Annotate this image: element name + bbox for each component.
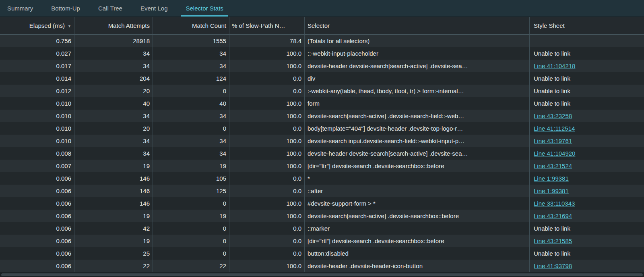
cell-slow-path-pct: 0.0 — [229, 172, 305, 185]
table-row[interactable]: 0.0142041240.0divUnable to link — [0, 72, 644, 85]
tab-call-tree[interactable]: Call Tree — [93, 0, 127, 17]
tab-summary[interactable]: Summary — [2, 0, 38, 17]
horizontal-scrollbar[interactable] — [0, 272, 644, 277]
cell-elapsed-ms: 0.010 — [0, 110, 74, 122]
table-row[interactable]: 0.0104040100.0formUnable to link — [0, 97, 644, 110]
cell-match-attempts: 34 — [74, 135, 153, 147]
cell-style-sheet: Line 43:21694 — [530, 210, 644, 222]
cell-style-sheet: Unable to link — [530, 247, 644, 260]
cell-selector: [dir="ltr"] devsite-search .devsite-sear… — [305, 160, 530, 172]
style-sheet-link[interactable]: Line 41:104920 — [534, 150, 575, 157]
column-header-match-attempts[interactable]: Match Attempts — [74, 17, 153, 34]
column-header-elapsed[interactable]: Elapsed (ms) ▼ — [0, 17, 74, 34]
column-header-slow-path-pct[interactable]: % of Slow-Path N… — [229, 17, 305, 34]
column-header-selector[interactable]: Selector — [305, 17, 530, 34]
style-sheet-unlinked-label: Unable to link — [534, 75, 570, 82]
table-row[interactable]: 0.0061460100.0#devsite-support-form > *L… — [0, 197, 644, 210]
cell-match-attempts: 20 — [74, 85, 153, 97]
table-row[interactable]: 0.0061461250.0::afterLine 1:99381 — [0, 185, 644, 197]
cell-elapsed-ms: 0.006 — [0, 222, 74, 235]
cell-style-sheet: Line 41:104920 — [530, 147, 644, 160]
table-header-row: Elapsed (ms) ▼ Match Attempts Match Coun… — [0, 17, 644, 35]
table-row[interactable]: 0.0102000.0body[template="404"] devsite-… — [0, 122, 644, 135]
tab-event-log[interactable]: Event Log — [136, 0, 173, 17]
table-row[interactable]: 0.0173434100.0devsite-header devsite-sea… — [0, 60, 644, 72]
cell-match-count: 105 — [153, 172, 229, 185]
cell-elapsed-ms: 0.006 — [0, 197, 74, 210]
cell-match-count: 0 — [153, 197, 229, 210]
tab-bottom-up[interactable]: Bottom-Up — [46, 0, 85, 17]
horizontal-scrollbar-thumb[interactable] — [1, 273, 643, 276]
table-row[interactable]: 0.0071919100.0[dir="ltr"] devsite-search… — [0, 160, 644, 172]
cell-selector: button:disabled — [305, 247, 530, 260]
column-header-style-sheet[interactable]: Style Sheet — [530, 17, 644, 34]
table-row[interactable]: 0.0122000.0:-webkit-any(table, thead, tb… — [0, 85, 644, 97]
cell-match-count: 34 — [153, 60, 229, 72]
style-sheet-unlinked-label: Unable to link — [534, 87, 570, 94]
sort-descending-icon: ▼ — [68, 24, 71, 28]
style-sheet-link[interactable]: Line 1:99381 — [534, 187, 569, 194]
style-sheet-unlinked-label: Unable to link — [534, 225, 570, 232]
cell-style-sheet: Unable to link — [530, 47, 644, 60]
table-row[interactable]: 0.75628918155578.4(Totals for all select… — [0, 35, 644, 47]
tab-selector-stats[interactable]: Selector Stats — [181, 0, 228, 17]
cell-slow-path-pct: 78.4 — [229, 35, 305, 47]
column-header-slow-path-pct-label: % of Slow-Path N… — [232, 22, 285, 29]
table-row[interactable]: 0.0103434100.0devsite-search input.devsi… — [0, 135, 644, 147]
cell-elapsed-ms: 0.017 — [0, 60, 74, 72]
cell-match-attempts: 34 — [74, 147, 153, 160]
cell-match-attempts: 40 — [74, 97, 153, 110]
table-row[interactable]: 0.0083434100.0devsite-header devsite-sea… — [0, 147, 644, 160]
cell-style-sheet: Unable to link — [530, 97, 644, 110]
cell-elapsed-ms: 0.006 — [0, 235, 74, 247]
cell-elapsed-ms: 0.007 — [0, 160, 74, 172]
cell-slow-path-pct: 100.0 — [229, 197, 305, 210]
style-sheet-unlinked-label: Unable to link — [534, 250, 570, 257]
column-header-match-count-label: Match Count — [192, 22, 226, 29]
cell-style-sheet: Line 43:21585 — [530, 235, 644, 247]
cell-slow-path-pct: 100.0 — [229, 160, 305, 172]
column-header-match-count[interactable]: Match Count — [153, 17, 229, 34]
cell-slow-path-pct: 100.0 — [229, 47, 305, 60]
table-row[interactable]: 0.0062222100.0devsite-header .devsite-he… — [0, 260, 644, 272]
panel-tabbar: SummaryBottom-UpCall TreeEvent LogSelect… — [0, 0, 644, 17]
cell-match-attempts: 34 — [74, 110, 153, 122]
cell-match-attempts: 19 — [74, 160, 153, 172]
cell-match-count: 34 — [153, 135, 229, 147]
table-row[interactable]: 0.0061461050.0*Line 1:99381 — [0, 172, 644, 185]
style-sheet-link[interactable]: Line 43:21585 — [534, 237, 572, 244]
style-sheet-link[interactable]: Line 43:23258 — [534, 112, 572, 119]
style-sheet-link[interactable]: Line 41:104218 — [534, 62, 575, 69]
cell-match-attempts: 42 — [74, 222, 153, 235]
style-sheet-link[interactable]: Line 43:19761 — [534, 137, 572, 144]
style-sheet-link[interactable]: Line 43:21524 — [534, 162, 572, 169]
table-row[interactable]: 0.0061919100.0devsite-search[search-acti… — [0, 210, 644, 222]
cell-style-sheet: Unable to link — [530, 85, 644, 97]
cell-match-count: 40 — [153, 97, 229, 110]
style-sheet-link[interactable]: Line 41:93798 — [534, 262, 572, 269]
table-row[interactable]: 0.0061900.0[dir="rtl"] devsite-search .d… — [0, 235, 644, 247]
cell-selector: ::-webkit-input-placeholder — [305, 47, 530, 60]
style-sheet-link[interactable]: Line 33:110343 — [534, 200, 575, 207]
table-row[interactable]: 0.0103434100.0devsite-search[search-acti… — [0, 110, 644, 122]
table-row[interactable]: 0.0062500.0button:disabledUnable to link — [0, 247, 644, 260]
cell-slow-path-pct: 100.0 — [229, 60, 305, 72]
cell-elapsed-ms: 0.027 — [0, 47, 74, 60]
style-sheet-link[interactable]: Line 43:21694 — [534, 212, 572, 219]
style-sheet-link[interactable]: Line 41:112514 — [534, 125, 575, 132]
column-header-match-attempts-label: Match Attempts — [108, 22, 150, 29]
table-row[interactable]: 0.0064200.0::markerUnable to link — [0, 222, 644, 235]
cell-selector: #devsite-support-form > * — [305, 197, 530, 210]
cell-match-count: 34 — [153, 47, 229, 60]
style-sheet-link[interactable]: Line 1:99381 — [534, 175, 569, 182]
style-sheet-unlinked-label: Unable to link — [534, 50, 570, 57]
cell-style-sheet: Unable to link — [530, 72, 644, 85]
table-row[interactable]: 0.0273434100.0::-webkit-input-placeholde… — [0, 47, 644, 60]
cell-elapsed-ms: 0.014 — [0, 72, 74, 85]
selector-stats-table: Elapsed (ms) ▼ Match Attempts Match Coun… — [0, 17, 644, 277]
cell-match-count: 1555 — [153, 35, 229, 47]
cell-elapsed-ms: 0.006 — [0, 247, 74, 260]
devtools-performance-panel: SummaryBottom-UpCall TreeEvent LogSelect… — [0, 0, 644, 277]
cell-selector: [dir="rtl"] devsite-search .devsite-sear… — [305, 235, 530, 247]
cell-slow-path-pct: 100.0 — [229, 147, 305, 160]
